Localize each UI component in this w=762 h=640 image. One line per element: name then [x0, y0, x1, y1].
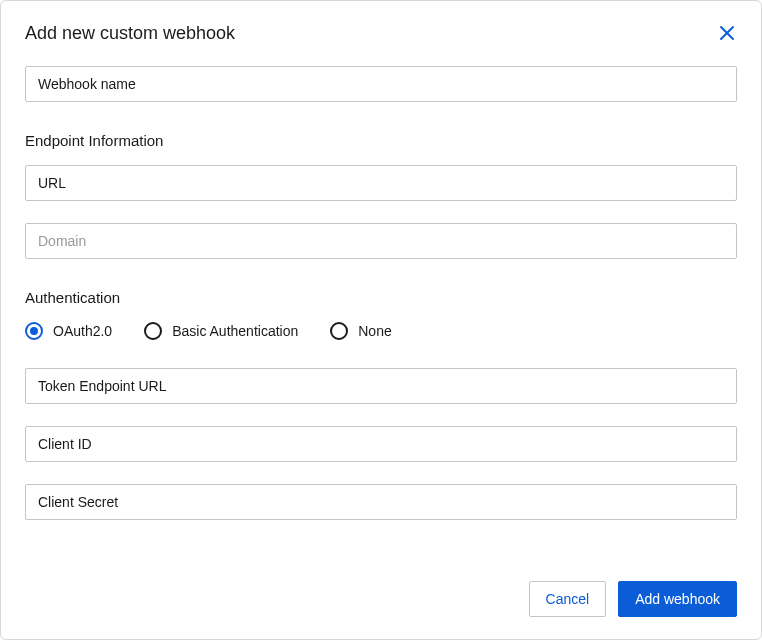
domain-input[interactable] — [25, 223, 737, 259]
url-label: URL — [38, 175, 66, 191]
add-webhook-dialog: Add new custom webhook Webhook name Endp… — [0, 0, 762, 640]
oauth-fields: Token Endpoint URL Client ID Client Secr… — [25, 368, 737, 520]
client-id-label: Client ID — [38, 436, 92, 452]
client-secret-input[interactable]: Client Secret — [25, 484, 737, 520]
auth-option-oauth-label: OAuth2.0 — [53, 323, 112, 339]
token-endpoint-label: Token Endpoint URL — [38, 378, 166, 394]
auth-section-heading: Authentication — [25, 289, 737, 306]
auth-option-basic-label: Basic Authentication — [172, 323, 298, 339]
webhook-name-input[interactable]: Webhook name — [25, 66, 737, 102]
dialog-header: Add new custom webhook — [25, 23, 737, 44]
cancel-button[interactable]: Cancel — [529, 581, 607, 617]
radio-unselected-icon — [144, 322, 162, 340]
dialog-title: Add new custom webhook — [25, 23, 235, 44]
auth-option-oauth[interactable]: OAuth2.0 — [25, 322, 112, 340]
auth-radio-group: OAuth2.0 Basic Authentication None — [25, 322, 737, 340]
form-content: Webhook name Endpoint Information URL Au… — [25, 66, 737, 617]
dialog-footer: Cancel Add webhook — [25, 561, 737, 617]
close-button[interactable] — [717, 23, 737, 43]
close-icon — [719, 25, 735, 41]
token-endpoint-input[interactable]: Token Endpoint URL — [25, 368, 737, 404]
add-webhook-button[interactable]: Add webhook — [618, 581, 737, 617]
webhook-name-label: Webhook name — [38, 76, 136, 92]
auth-option-none-label: None — [358, 323, 391, 339]
client-secret-label: Client Secret — [38, 494, 118, 510]
radio-unselected-icon — [330, 322, 348, 340]
endpoint-section-heading: Endpoint Information — [25, 132, 737, 149]
auth-option-basic[interactable]: Basic Authentication — [144, 322, 298, 340]
auth-option-none[interactable]: None — [330, 322, 391, 340]
radio-selected-icon — [25, 322, 43, 340]
client-id-input[interactable]: Client ID — [25, 426, 737, 462]
url-input[interactable]: URL — [25, 165, 737, 201]
radio-dot-icon — [30, 327, 38, 335]
